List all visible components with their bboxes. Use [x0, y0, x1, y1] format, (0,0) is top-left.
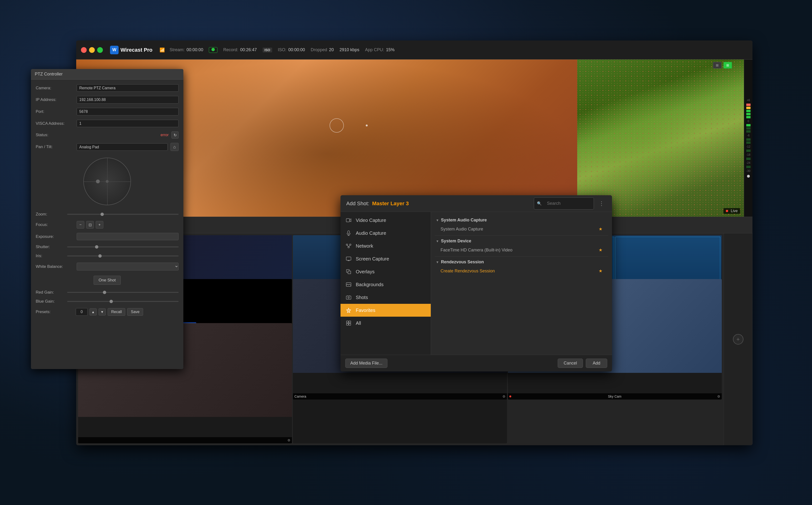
camera-select[interactable]: Remote PTZ Camera [77, 84, 179, 92]
zoom-row: Zoom: [36, 212, 179, 217]
add-button[interactable]: Add [586, 359, 607, 368]
red-gain-label: Red Gain: [36, 290, 64, 295]
visca-select[interactable]: 1 [77, 120, 179, 127]
star-icon-rendezvous[interactable]: ★ [599, 268, 603, 274]
backgrounds-icon [345, 281, 352, 288]
focus-auto-btn[interactable]: ⊡ [86, 221, 94, 228]
vu-seg-off-4 [746, 141, 751, 144]
section-title-device: System Device [441, 238, 471, 243]
focus-dot [366, 125, 368, 127]
red-gain-slider[interactable] [67, 292, 179, 293]
sidebar-item-screen-capture[interactable]: Screen Capture [340, 252, 431, 265]
rendezvous-toggle-icon[interactable]: ▼ [436, 260, 439, 264]
bitrate-stat: 2910 kbps [340, 47, 359, 52]
device-toggle-icon[interactable]: ▼ [436, 239, 439, 243]
svg-rect-0 [346, 218, 350, 222]
port-input[interactable] [77, 108, 179, 116]
minimize-button[interactable] [89, 47, 95, 53]
preset-up-btn[interactable]: ▲ [90, 308, 97, 316]
sidebar-item-video-capture[interactable]: Video Capture [340, 214, 431, 227]
shot-sky-label: Sky Cam ⚙ [508, 393, 722, 399]
item-facetime-camera[interactable]: FaceTime HD Camera (Built-in) Video ★ [435, 245, 608, 255]
sidebar-item-audio-capture[interactable]: Audio Capture [340, 227, 431, 239]
gear-icon[interactable]: ⚙ [502, 394, 505, 398]
focus-buttons: − ⊡ + [77, 221, 103, 228]
record-stat: Record: 00:26:47 [223, 47, 257, 52]
all-icon [345, 320, 352, 326]
zoom-slider-track[interactable] [67, 214, 179, 215]
sidebar-label-screen-capture: Screen Capture [356, 256, 389, 262]
preset-recall-btn[interactable]: Recall [108, 308, 125, 316]
cancel-button[interactable]: Cancel [558, 359, 583, 368]
one-shot-row: One Shot [36, 276, 179, 285]
red-gain-row: Red Gain: [36, 290, 179, 295]
wb-select[interactable] [77, 263, 179, 271]
preset-down-btn[interactable]: ▼ [99, 308, 106, 316]
section-title-audio: System Audio Capture [441, 218, 487, 223]
live-indicator [509, 395, 511, 397]
zoom-slider-thumb [101, 213, 104, 216]
shot-camera-label: Camera ⚙ [293, 393, 507, 399]
sidebar-item-favorites[interactable]: Favorites [340, 304, 431, 317]
traffic-lights [81, 47, 103, 53]
sidebar-item-shots[interactable]: Shots [340, 291, 431, 304]
vu-seg-green-4 [746, 124, 751, 127]
sidebar-item-all[interactable]: All [340, 317, 431, 330]
gear-icon[interactable]: ⚙ [717, 394, 720, 398]
red-gain-thumb [103, 291, 106, 294]
iso-badge: ISO [263, 48, 272, 52]
search-input[interactable] [543, 199, 591, 208]
live-dot [726, 210, 728, 212]
vu-knob[interactable] [747, 175, 750, 178]
home-button[interactable]: ⌂ [170, 143, 179, 151]
item-system-audio[interactable]: System Audio Capture ★ [435, 224, 608, 233]
add-media-file-btn[interactable]: Add Media File... [345, 359, 387, 368]
preset-input[interactable] [76, 308, 88, 316]
vu-seg-green-3 [746, 116, 751, 118]
gear-icon[interactable]: ⚙ [287, 438, 291, 442]
title-bar: W Wirecast Pro 📶 Stream: 00:00:00 Record… [76, 40, 753, 59]
maximize-button[interactable] [97, 47, 103, 53]
app-name: Wirecast Pro [121, 47, 152, 53]
audio-toggle-icon[interactable]: ▼ [436, 218, 439, 222]
star-icon-audio[interactable]: ★ [599, 226, 603, 232]
vu-seg-green-1 [746, 110, 751, 112]
ip-input[interactable] [77, 96, 179, 104]
star-icon-device[interactable]: ★ [599, 247, 603, 252]
exposure-label: Exposure: [36, 234, 74, 239]
exposure-select[interactable] [77, 233, 179, 240]
svg-point-16 [348, 297, 349, 298]
focus-minus-btn[interactable]: − [77, 221, 84, 228]
shutter-slider[interactable] [67, 246, 179, 247]
svg-rect-20 [349, 323, 351, 325]
item-create-rendezvous[interactable]: Create Rendezvous Session ★ [435, 267, 608, 276]
preview-btn-2[interactable]: ⊞ [723, 62, 732, 68]
pan-tilt-select[interactable]: Analog Pad [77, 143, 168, 151]
joystick-area [36, 158, 179, 205]
sidebar-item-backgrounds[interactable]: Backgrounds [340, 278, 431, 291]
svg-rect-6 [348, 247, 349, 248]
sidebar-item-overlays[interactable]: Overlays [340, 265, 431, 278]
preset-save-btn[interactable]: Save [127, 308, 143, 316]
refresh-button[interactable]: ↻ [171, 132, 179, 139]
overlays-icon [345, 268, 352, 275]
iris-label: Iris: [36, 254, 64, 258]
blue-gain-slider[interactable] [67, 301, 179, 302]
sidebar-label-favorites: Favorites [356, 308, 375, 313]
preview-btn-1[interactable]: ⊞ [713, 62, 721, 68]
vu-seg-off-5 [746, 150, 751, 152]
blue-gain-label: Blue Gain: [36, 299, 64, 304]
search-container: 🔍 [534, 197, 594, 209]
joystick-center [106, 180, 109, 183]
section-header-device: ▼ System Device [435, 237, 608, 245]
one-shot-button[interactable]: One Shot [94, 276, 121, 285]
add-layer-btn[interactable]: + [733, 334, 744, 345]
close-button[interactable] [81, 47, 87, 53]
focus-plus-btn[interactable]: + [96, 221, 103, 228]
more-options-icon[interactable]: ⋮ [597, 199, 606, 208]
sidebar-item-network[interactable]: Network [340, 239, 431, 252]
joystick[interactable] [84, 158, 131, 205]
iris-slider[interactable] [67, 256, 179, 257]
iso-stat: ISO: 00:00:00 [278, 47, 305, 52]
vu-seg-off-6 [746, 158, 751, 160]
